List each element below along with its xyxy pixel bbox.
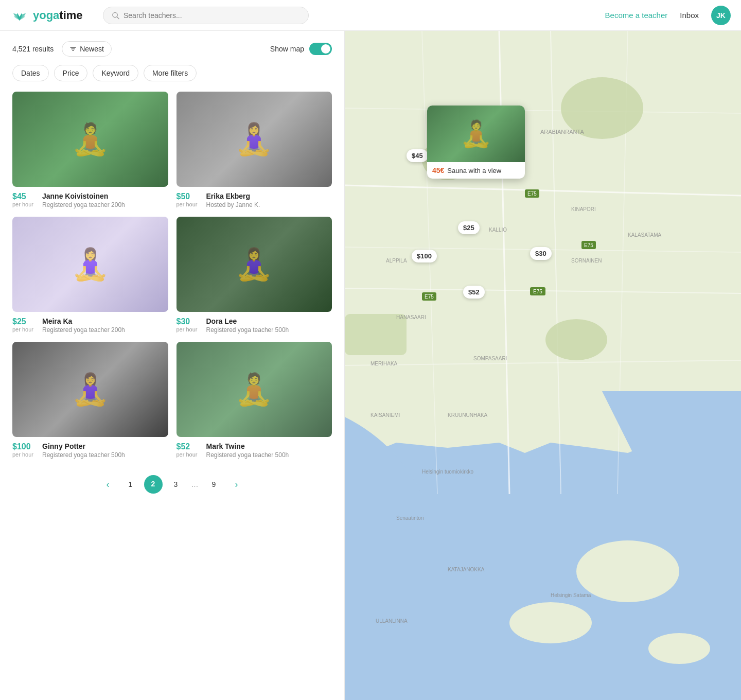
price-value: $25 — [12, 317, 26, 326]
results-count: 4,521 results — [12, 45, 54, 53]
svg-point-20 — [509, 602, 592, 643]
teacher-photo: 🧘 — [12, 92, 168, 187]
teacher-photo: 🧘‍♀️ — [177, 217, 332, 312]
teacher-photo: 🧘 — [177, 342, 332, 437]
next-page-button[interactable]: › — [227, 475, 246, 494]
card-price: $45 per hour — [12, 192, 37, 207]
pagination: ‹ 1 2 3 … 9 › — [12, 475, 332, 504]
per-hour: per hour — [177, 451, 198, 458]
avatar[interactable]: JK — [711, 6, 731, 25]
page-9-button[interactable]: 9 — [205, 475, 223, 494]
svg-point-21 — [648, 633, 710, 664]
card-details: Meira Ka Registered yoga teacher 200h — [42, 317, 125, 334]
per-hour: per hour — [177, 326, 198, 332]
price-value: $100 — [12, 442, 31, 451]
teacher-card[interactable]: 🧘‍♀️ $100 per hour Ginny Potter Register… — [12, 342, 168, 459]
lotus-icon — [10, 6, 29, 25]
main-layout: 4,521 results Newest Show map Dates Pric… — [0, 31, 741, 700]
map-price-bubble-52[interactable]: $52 — [463, 286, 485, 299]
teacher-card[interactable]: 🧘‍♀️ $25 per hour Meira Ka Registered yo… — [12, 217, 168, 334]
card-details: Erika Ekberg Hosted by Janne K. — [206, 192, 260, 208]
map-price-bubble-25[interactable]: $25 — [458, 221, 480, 234]
show-map-label: Show map — [270, 45, 304, 53]
teacher-photo: 🧘‍♀️ — [177, 92, 332, 187]
prev-page-button[interactable]: ‹ — [99, 475, 117, 494]
inbox-link[interactable]: Inbox — [680, 11, 699, 20]
logo[interactable]: yogatime — [10, 6, 93, 25]
teacher-card[interactable]: 🧘 $45 per hour Janne Koivistoinen Regist… — [12, 92, 168, 208]
teacher-description: Registered yoga teacher 500h — [42, 451, 125, 459]
svg-text:ARABIANRANTA: ARABIANRANTA — [540, 129, 584, 135]
sort-label: Newest — [80, 45, 104, 53]
teacher-card[interactable]: 🧘‍♀️ $30 per hour Dora Lee Registered yo… — [177, 217, 332, 334]
per-hour: per hour — [12, 326, 33, 332]
card-price: $100 per hour — [12, 442, 37, 458]
become-teacher-link[interactable]: Become a teacher — [605, 11, 668, 20]
svg-text:E75: E75 — [533, 289, 542, 294]
svg-text:KINAPORI: KINAPORI — [571, 206, 596, 212]
svg-text:KALASATAMA: KALASATAMA — [628, 232, 662, 238]
page-dots: … — [189, 480, 201, 488]
map-price-bubble-45[interactable]: $45 — [407, 149, 428, 162]
search-input[interactable] — [123, 11, 300, 20]
teacher-name: Ginny Potter — [42, 442, 125, 450]
card-info: $100 per hour Ginny Potter Registered yo… — [12, 442, 168, 459]
map-price-bubble-100[interactable]: $100 — [412, 250, 437, 262]
card-info: $50 per hour Erika Ekberg Hosted by Jann… — [177, 192, 332, 208]
show-map-toggle[interactable] — [309, 43, 332, 55]
card-details: Dora Lee Registered yoga teacher 500h — [206, 317, 289, 334]
left-panel: 4,521 results Newest Show map Dates Pric… — [0, 31, 345, 700]
map-panel: ARABIANRANTA KINAPORI KALLIO ALPPILA SÖR… — [345, 31, 741, 700]
svg-text:ALPPILA: ALPPILA — [386, 258, 407, 264]
card-price: $52 per hour — [177, 442, 201, 458]
popup-title: Sauna with a view — [447, 167, 501, 174]
teacher-description: Registered yoga teacher 500h — [206, 451, 289, 459]
svg-text:KRUUNUNHAKA: KRUUNUNHAKA — [448, 412, 488, 418]
card-details: Mark Twine Registered yoga teacher 500h — [206, 442, 289, 459]
card-info: $45 per hour Janne Koivistoinen Register… — [12, 192, 168, 208]
teacher-card[interactable]: 🧘 $52 per hour Mark Twine Registered yog… — [177, 342, 332, 459]
sort-icon — [69, 45, 77, 52]
svg-text:Helsingin Satama: Helsingin Satama — [551, 592, 591, 598]
header-right: Become a teacher Inbox JK — [605, 6, 731, 25]
teacher-name: Janne Koivistoinen — [42, 192, 125, 200]
teacher-name: Mark Twine — [206, 442, 289, 450]
price-value: $30 — [177, 317, 190, 326]
teacher-card[interactable]: 🧘‍♀️ $50 per hour Erika Ekberg Hosted by… — [177, 92, 332, 208]
svg-text:KATAJANOKKA: KATAJANOKKA — [448, 567, 485, 572]
logo-text: yogatime — [33, 9, 83, 22]
search-bar[interactable] — [103, 7, 309, 24]
card-info: $25 per hour Meira Ka Registered yoga te… — [12, 317, 168, 334]
sort-button[interactable]: Newest — [62, 41, 112, 57]
page-3-button[interactable]: 3 — [167, 475, 185, 494]
filter-price[interactable]: Price — [54, 65, 88, 81]
svg-text:KALLIO: KALLIO — [489, 227, 507, 233]
svg-rect-18 — [345, 314, 407, 355]
popup-teacher-photo: 🧘 — [427, 106, 525, 162]
teacher-photo: 🧘‍♀️ — [12, 342, 168, 437]
svg-text:KAISANIEMI: KAISANIEMI — [370, 412, 400, 418]
filter-dates[interactable]: Dates — [12, 65, 49, 81]
filter-keyword[interactable]: Keyword — [93, 65, 138, 81]
filter-more[interactable]: More filters — [144, 65, 197, 81]
card-price: $25 per hour — [12, 317, 37, 332]
page-1-button[interactable]: 1 — [121, 475, 140, 494]
price-value: $45 — [12, 192, 26, 201]
teacher-description: Hosted by Janne K. — [206, 201, 260, 208]
teacher-description: Registered yoga teacher 200h — [42, 326, 125, 334]
svg-point-17 — [545, 319, 607, 360]
svg-marker-5 — [345, 31, 741, 453]
teacher-description: Registered yoga teacher 200h — [42, 201, 125, 208]
card-price: $50 per hour — [177, 192, 201, 207]
svg-text:E75: E75 — [527, 191, 537, 197]
teacher-name: Erika Ekberg — [206, 192, 260, 200]
teacher-photo: 🧘‍♀️ — [12, 217, 168, 312]
map-background: ARABIANRANTA KINAPORI KALLIO ALPPILA SÖR… — [345, 31, 741, 700]
svg-text:SOMPASAARI: SOMPASAARI — [473, 356, 507, 361]
page-2-button[interactable]: 2 — [144, 475, 163, 494]
map-popup[interactable]: 🧘 45€ Sauna with a view — [427, 106, 525, 179]
popup-info: 45€ Sauna with a view — [427, 162, 525, 179]
filter-bar: Dates Price Keyword More filters — [12, 65, 332, 81]
card-details: Ginny Potter Registered yoga teacher 500… — [42, 442, 125, 459]
map-price-bubble-30[interactable]: $30 — [530, 247, 552, 260]
